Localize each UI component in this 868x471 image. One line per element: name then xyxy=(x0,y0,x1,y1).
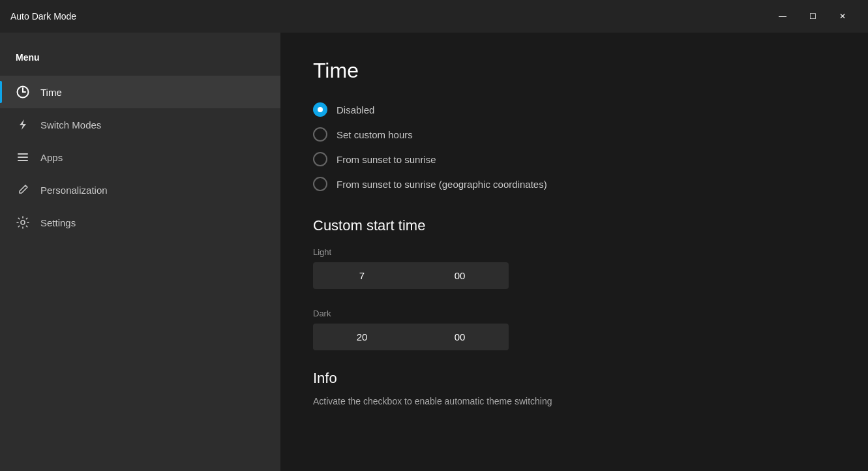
radio-sunset-sunrise[interactable]: From sunset to sunrise xyxy=(313,152,835,166)
svg-point-7 xyxy=(21,220,25,224)
sidebar-item-apps-label: Apps xyxy=(40,152,63,163)
info-title: Info xyxy=(313,370,835,387)
window-controls: — ☐ ✕ xyxy=(768,7,858,26)
radio-label-sunset-sunrise: From sunset to sunrise xyxy=(337,154,436,165)
sidebar-menu-label: Menu xyxy=(0,46,280,76)
dark-time-inputs xyxy=(313,324,835,350)
radio-label-sunset-sunrise-geo: From sunset to sunrise (geographic coord… xyxy=(337,179,547,190)
light-time-inputs xyxy=(313,262,835,289)
clock-icon xyxy=(16,85,30,99)
sidebar-item-switch-modes[interactable]: Switch Modes xyxy=(0,108,280,141)
gear-icon xyxy=(16,215,30,230)
radio-circle-sunset-sunrise-geo xyxy=(313,177,327,191)
sidebar: Menu Time Switc xyxy=(0,33,280,471)
info-text: Activate the checkbox to enable automati… xyxy=(313,395,835,408)
custom-start-time-section: Custom start time Light Dark xyxy=(313,217,835,350)
content-area: Time Disabled Set custom hours xyxy=(280,33,868,471)
app-window: Auto Dark Mode — ☐ ✕ Menu Time xyxy=(0,0,868,471)
list-icon xyxy=(16,150,30,164)
edit-icon xyxy=(16,183,30,197)
page-title: Time xyxy=(313,59,835,83)
svg-rect-4 xyxy=(18,153,28,155)
maximize-button[interactable]: ☐ xyxy=(798,7,828,26)
dark-hour-input[interactable] xyxy=(313,324,411,350)
sidebar-item-settings-label: Settings xyxy=(40,217,76,228)
radio-circle-custom-hours xyxy=(313,127,327,142)
sidebar-item-settings[interactable]: Settings xyxy=(0,206,280,239)
svg-marker-3 xyxy=(20,119,26,130)
minimize-button[interactable]: — xyxy=(768,7,798,26)
dark-label: Dark xyxy=(313,309,835,318)
light-minute-input[interactable] xyxy=(411,262,509,289)
title-bar: Auto Dark Mode — ☐ ✕ xyxy=(0,0,868,33)
radio-circle-disabled xyxy=(313,102,327,117)
radio-custom-hours[interactable]: Set custom hours xyxy=(313,127,835,142)
svg-rect-6 xyxy=(18,160,28,161)
radio-label-disabled: Disabled xyxy=(337,104,374,115)
light-hour-input[interactable] xyxy=(313,262,411,289)
sidebar-item-personalization-label: Personalization xyxy=(40,185,108,196)
dark-minute-input[interactable] xyxy=(411,324,509,350)
sidebar-item-switch-modes-label: Switch Modes xyxy=(40,119,101,130)
svg-rect-5 xyxy=(18,157,28,158)
main-content: Menu Time Switc xyxy=(0,33,868,471)
custom-start-time-title: Custom start time xyxy=(313,217,835,234)
sidebar-item-personalization[interactable]: Personalization xyxy=(0,174,280,206)
bolt-icon xyxy=(16,117,30,132)
app-title: Auto Dark Mode xyxy=(10,11,76,22)
sidebar-item-time-label: Time xyxy=(40,87,62,98)
sidebar-item-apps[interactable]: Apps xyxy=(0,141,280,174)
radio-group: Disabled Set custom hours From sunset to… xyxy=(313,102,835,191)
radio-disabled[interactable]: Disabled xyxy=(313,102,835,117)
light-time-section: Light xyxy=(313,247,835,289)
dark-time-section: Dark xyxy=(313,309,835,350)
sidebar-item-time[interactable]: Time xyxy=(0,76,280,108)
light-label: Light xyxy=(313,247,835,257)
close-button[interactable]: ✕ xyxy=(828,7,858,26)
radio-circle-sunset-sunrise xyxy=(313,152,327,166)
info-section: Info Activate the checkbox to enable aut… xyxy=(313,370,835,408)
radio-sunset-sunrise-geo[interactable]: From sunset to sunrise (geographic coord… xyxy=(313,177,835,191)
radio-label-custom-hours: Set custom hours xyxy=(337,129,413,140)
